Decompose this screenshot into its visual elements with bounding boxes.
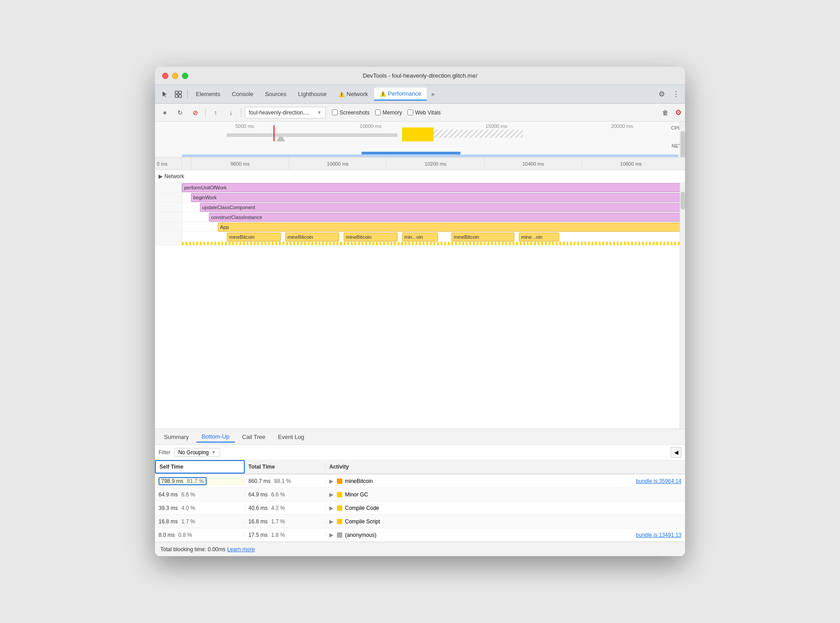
tab-sources[interactable]: Sources (260, 88, 292, 100)
more-options-icon[interactable]: ⋮ (671, 89, 681, 100)
inspect-icon[interactable] (172, 88, 185, 101)
memory-check[interactable]: Memory (375, 110, 402, 116)
timeline-selection-handle[interactable] (362, 152, 460, 154)
tab-event-log[interactable]: Event Log (273, 432, 310, 442)
flame-block-mineBitcoin-5[interactable]: mineBitcoin (451, 233, 514, 241)
th-activity[interactable]: Activity (326, 464, 685, 470)
timeline-scrollbar-thumb[interactable] (681, 131, 685, 158)
memory-label: Memory (383, 110, 402, 116)
table-row: 16.8 ms 1.7 % 16.8 ms 1.7 % ▶ Compile Sc… (155, 515, 685, 528)
tab-console[interactable]: Console (226, 88, 259, 100)
cursor-icon[interactable] (159, 88, 171, 101)
network-section-label: Network (164, 173, 184, 180)
td-self-time-5: 8.0 ms 0.8 % (155, 532, 245, 538)
delete-recordings-button[interactable]: 🗑 (659, 106, 672, 119)
flame-block-mineBitcoin-6[interactable]: mine...oin (519, 233, 559, 241)
collapse-button[interactable]: ◀ (671, 447, 681, 458)
flame-block-updateClassComponent[interactable]: updateClassComponent (200, 203, 685, 212)
th-total-time[interactable]: Total Time (245, 464, 326, 470)
web-vitals-check[interactable]: Web Vitals (407, 110, 441, 116)
flame-right-5: mineBitcoin mineBitcoin mineBitcoin min.… (182, 232, 685, 241)
svg-rect-6 (402, 127, 433, 141)
tab-summary[interactable]: Summary (159, 432, 195, 442)
network-expand-icon[interactable]: ▶ (159, 173, 163, 180)
activity-icon-5 (337, 532, 342, 538)
activity-label-5: (anonymous) (345, 532, 376, 538)
status-bar: Total blocking time: 0.00ms Learn more (155, 542, 685, 556)
tab-more[interactable]: » (428, 88, 438, 100)
filter-grouping-select[interactable]: No Grouping ▼ (174, 448, 220, 457)
flame-block-performUnitOfWork[interactable]: performUnitOfWork (182, 183, 685, 192)
svg-rect-2 (175, 95, 178, 97)
tab-call-tree[interactable]: Call Tree (237, 432, 271, 442)
upload-icon[interactable]: ↑ (209, 106, 222, 119)
th-self-time[interactable]: Self Time (155, 460, 245, 474)
expand-icon-1[interactable]: ▶ (329, 478, 333, 484)
flame-left-1 (155, 193, 182, 202)
activity-icon-4 (337, 519, 342, 524)
web-vitals-checkbox[interactable] (407, 110, 413, 115)
flame-chart-scrollbar-thumb[interactable] (681, 192, 685, 210)
tab-performance[interactable]: Performance (374, 88, 427, 101)
flame-block-beginWork[interactable]: beginWork (191, 193, 685, 202)
tab-bottom-up[interactable]: Bottom-Up (196, 431, 235, 443)
url-dropdown-arrow[interactable]: ▼ (317, 110, 322, 115)
flame-row-updateClassComponent: updateClassComponent (155, 202, 685, 212)
total-time-pct-1: 88.1 % (274, 478, 291, 484)
filter-label: Filter (159, 449, 171, 456)
download-icon[interactable]: ↓ (225, 106, 237, 119)
blocking-time-text: Total blocking time: 0.00ms (160, 546, 225, 553)
timeline-overview[interactable]: 5000 ms 10000 ms 15000 ms 20000 ms (155, 122, 685, 158)
flame-row-App: App (155, 222, 685, 232)
url-bar[interactable]: foul-heavenly-direction.... ▼ (245, 107, 326, 118)
flame-block-mineBitcoin-2[interactable]: mineBitcoin (285, 233, 339, 241)
devtools-body: Elements Console Sources Lighthouse Netw… (155, 85, 685, 556)
table-row: 798.9 ms 81.7 % 860.7 ms 88.1 % ▶ mineBi… (155, 474, 685, 488)
td-total-time-4: 16.8 ms 1.7 % (245, 518, 326, 525)
table-row: 64.9 ms 6.6 % 64.9 ms 6.6 % ▶ Minor GC (155, 488, 685, 501)
flame-left-3 (155, 212, 182, 222)
flame-block-mineBitcoin-1[interactable]: mineBitcoin (227, 233, 281, 241)
td-activity-5: ▶ (anonymous) bundle.js:13491:13 (326, 532, 685, 538)
td-self-time-4: 16.8 ms 1.7 % (155, 518, 245, 525)
record-button[interactable]: ● (159, 106, 171, 119)
expand-icon-3[interactable]: ▶ (329, 505, 333, 511)
toolbar-checkboxes: Screenshots Memory Web Vitals (332, 110, 441, 116)
flame-block-constructClassInstance[interactable]: constructClassInstance (209, 213, 685, 222)
reload-button[interactable]: ↻ (174, 106, 186, 119)
minimize-button[interactable] (172, 73, 178, 79)
web-vitals-label: Web Vitals (415, 110, 441, 116)
flame-block-App[interactable]: App (218, 223, 685, 232)
svg-rect-7 (433, 130, 523, 138)
settings-icon[interactable]: ⚙ (656, 89, 667, 100)
expand-icon-2[interactable]: ▶ (329, 491, 333, 498)
flame-block-mineBitcoin-4[interactable]: min...oin (402, 233, 438, 241)
close-button[interactable] (162, 73, 168, 79)
traffic-lights (162, 73, 188, 79)
flame-left-5 (155, 232, 182, 241)
flame-row-constructClassInstance: constructClassInstance (155, 212, 685, 222)
screenshots-checkbox[interactable] (332, 110, 338, 115)
flame-row-performUnitOfWork: performUnitOfWork (155, 183, 685, 193)
time-tick-10200: 10200 ms (386, 158, 484, 170)
learn-more-link[interactable]: Learn more (227, 546, 255, 553)
maximize-button[interactable] (182, 73, 188, 79)
time-tick-10600: 10600 ms (582, 158, 680, 170)
memory-checkbox[interactable] (375, 110, 381, 115)
performance-settings-icon[interactable]: ⚙ (675, 108, 681, 117)
total-time-val-3: 40.6 ms (248, 505, 268, 511)
tab-lighthouse[interactable]: Lighthouse (293, 88, 332, 100)
expand-icon-4[interactable]: ▶ (329, 518, 333, 525)
activity-link-1[interactable]: bundle.js:35964:14 (636, 478, 681, 484)
flame-chart-scrollbar[interactable] (680, 183, 685, 429)
flame-block-mineBitcoin-3[interactable]: mineBitcoin (344, 233, 398, 241)
activity-link-5[interactable]: bundle.js:13491:13 (636, 532, 681, 538)
tab-network[interactable]: Network (333, 88, 373, 100)
screenshots-check[interactable]: Screenshots (332, 110, 370, 116)
clear-button[interactable]: ⊘ (189, 106, 202, 119)
timeline-scrollbar[interactable] (680, 122, 685, 157)
filter-grouping-value: No Grouping (178, 449, 209, 456)
flame-left-0 (155, 183, 182, 192)
expand-icon-5[interactable]: ▶ (329, 532, 333, 538)
tab-elements[interactable]: Elements (190, 88, 225, 100)
